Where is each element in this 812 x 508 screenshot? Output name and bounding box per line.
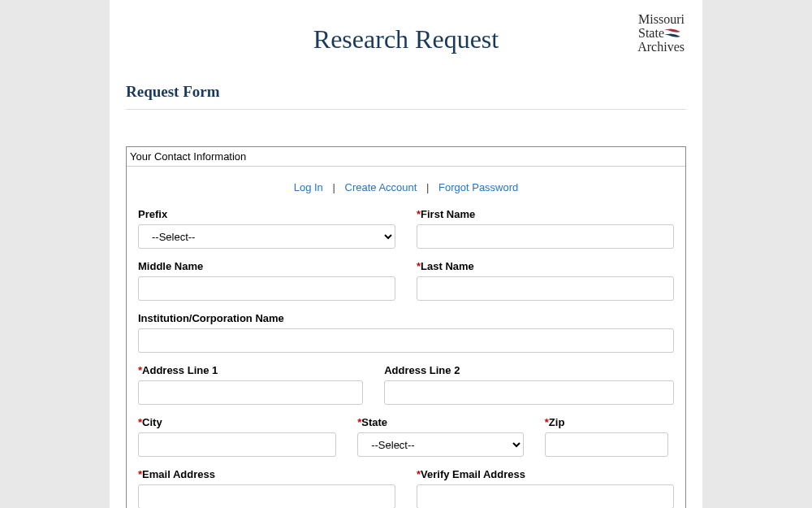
address1-label: *Address Line 1 <box>138 364 363 376</box>
zip-label: *Zip <box>545 416 668 428</box>
page-title: Research Request <box>126 16 686 63</box>
panel-body: Log In | Create Account | Forgot Passwor… <box>127 167 685 508</box>
divider <box>126 109 686 110</box>
header: Missouri State Archives Research Request <box>110 0 702 63</box>
prefix-label: Prefix <box>138 208 395 220</box>
contact-panel: Your Contact Information Log In | Create… <box>126 146 686 508</box>
email-input[interactable] <box>138 484 395 508</box>
address2-label: Address Line 2 <box>384 364 674 376</box>
zip-input[interactable] <box>545 432 668 457</box>
middle-name-label: Middle Name <box>138 260 395 272</box>
separator: | <box>332 181 335 193</box>
address2-input[interactable] <box>384 380 674 405</box>
sub-heading: Request Form <box>110 63 702 109</box>
svg-text:Missouri: Missouri <box>638 12 685 26</box>
last-name-input[interactable] <box>417 276 674 301</box>
verify-email-label: *Verify Email Address <box>417 468 674 480</box>
institution-input[interactable] <box>138 328 674 353</box>
login-link[interactable]: Log In <box>287 181 330 193</box>
institution-label: Institution/Corporation Name <box>138 312 674 324</box>
svg-text:State: State <box>638 26 664 40</box>
middle-name-input[interactable] <box>138 276 395 301</box>
city-label: *City <box>138 416 336 428</box>
state-label: *State <box>357 416 524 428</box>
panel-title: Your Contact Information <box>127 147 685 167</box>
verify-email-input[interactable] <box>417 484 674 508</box>
address1-input[interactable] <box>138 380 363 405</box>
separator: | <box>426 181 429 193</box>
state-select[interactable]: --Select-- <box>357 432 524 457</box>
create-account-link[interactable]: Create Account <box>339 181 424 193</box>
auth-links: Log In | Create Account | Forgot Passwor… <box>138 181 674 208</box>
svg-text:Archives: Archives <box>637 40 685 54</box>
forgot-password-link[interactable]: Forgot Password <box>432 181 525 193</box>
prefix-select[interactable]: --Select-- <box>138 224 395 249</box>
archives-logo: Missouri State Archives <box>617 12 686 54</box>
first-name-input[interactable] <box>417 224 674 249</box>
first-name-label: *First Name <box>417 208 674 220</box>
last-name-label: *Last Name <box>417 260 674 272</box>
page-container: Missouri State Archives Research Request… <box>110 0 702 508</box>
city-input[interactable] <box>138 432 336 457</box>
email-label: *Email Address <box>138 468 395 480</box>
